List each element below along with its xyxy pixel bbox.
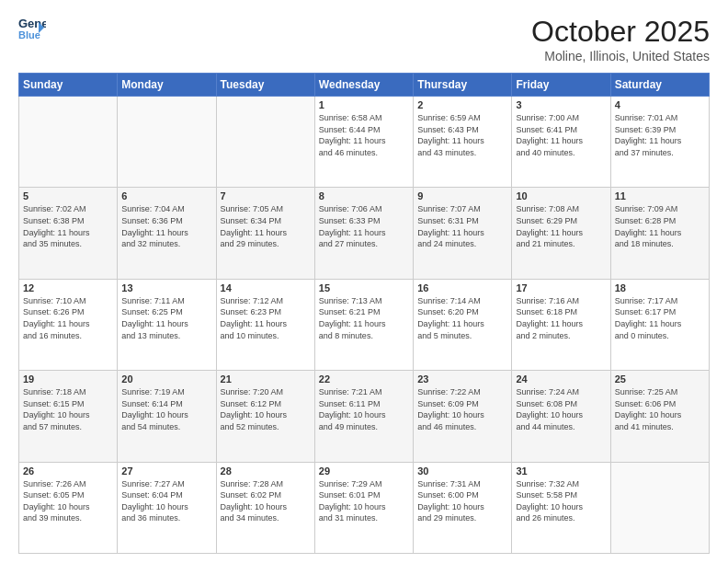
day-number: 8 bbox=[319, 190, 409, 201]
day-info: Sunrise: 7:05 AM Sunset: 6:34 PM Dayligh… bbox=[221, 203, 311, 249]
month-title: October 2025 bbox=[531, 15, 710, 49]
day-number: 28 bbox=[221, 465, 311, 477]
day-info: Sunrise: 7:32 AM Sunset: 5:58 PM Dayligh… bbox=[516, 478, 606, 524]
calendar-cell: 9Sunrise: 7:07 AM Sunset: 6:31 PM Daylig… bbox=[414, 188, 512, 279]
weekday-sunday: Sunday bbox=[19, 74, 118, 97]
day-info: Sunrise: 6:59 AM Sunset: 6:43 PM Dayligh… bbox=[417, 112, 507, 158]
calendar-cell: 21Sunrise: 7:20 AM Sunset: 6:12 PM Dayli… bbox=[216, 371, 314, 462]
day-info: Sunrise: 7:28 AM Sunset: 6:02 PM Dayligh… bbox=[221, 478, 311, 524]
day-number: 29 bbox=[319, 465, 409, 477]
calendar-cell: 19Sunrise: 7:18 AM Sunset: 6:15 PM Dayli… bbox=[19, 371, 118, 462]
calendar-cell bbox=[19, 97, 118, 188]
day-number: 25 bbox=[615, 373, 705, 385]
calendar-cell: 12Sunrise: 7:10 AM Sunset: 6:26 PM Dayli… bbox=[19, 279, 118, 370]
weekday-tuesday: Tuesday bbox=[216, 74, 314, 97]
header: General Blue October 2025 Moline, Illino… bbox=[18, 15, 710, 63]
day-number: 13 bbox=[121, 282, 211, 293]
day-number: 15 bbox=[319, 282, 409, 293]
day-number: 23 bbox=[417, 373, 507, 385]
day-info: Sunrise: 7:01 AM Sunset: 6:39 PM Dayligh… bbox=[615, 112, 705, 158]
day-number: 14 bbox=[221, 282, 311, 293]
day-number: 6 bbox=[121, 190, 211, 201]
day-info: Sunrise: 7:26 AM Sunset: 6:05 PM Dayligh… bbox=[23, 478, 113, 524]
calendar-cell: 6Sunrise: 7:04 AM Sunset: 6:36 PM Daylig… bbox=[118, 188, 216, 279]
day-info: Sunrise: 7:02 AM Sunset: 6:38 PM Dayligh… bbox=[23, 203, 113, 249]
day-info: Sunrise: 7:31 AM Sunset: 6:00 PM Dayligh… bbox=[417, 478, 507, 524]
day-info: Sunrise: 7:12 AM Sunset: 6:23 PM Dayligh… bbox=[221, 295, 311, 341]
location-title: Moline, Illinois, United States bbox=[531, 49, 710, 63]
calendar-cell: 22Sunrise: 7:21 AM Sunset: 6:11 PM Dayli… bbox=[314, 371, 413, 462]
calendar-cell: 5Sunrise: 7:02 AM Sunset: 6:38 PM Daylig… bbox=[19, 188, 118, 279]
day-info: Sunrise: 7:06 AM Sunset: 6:33 PM Dayligh… bbox=[319, 203, 409, 249]
weekday-friday: Friday bbox=[512, 74, 610, 97]
calendar-cell: 11Sunrise: 7:09 AM Sunset: 6:28 PM Dayli… bbox=[610, 188, 709, 279]
day-info: Sunrise: 7:10 AM Sunset: 6:26 PM Dayligh… bbox=[23, 295, 113, 341]
calendar-cell: 10Sunrise: 7:08 AM Sunset: 6:29 PM Dayli… bbox=[512, 188, 610, 279]
day-info: Sunrise: 7:19 AM Sunset: 6:14 PM Dayligh… bbox=[121, 386, 211, 432]
svg-text:Blue: Blue bbox=[18, 29, 40, 40]
day-info: Sunrise: 7:27 AM Sunset: 6:04 PM Dayligh… bbox=[121, 478, 211, 524]
calendar-week-5: 26Sunrise: 7:26 AM Sunset: 6:05 PM Dayli… bbox=[19, 462, 710, 553]
day-number: 19 bbox=[23, 373, 113, 385]
day-number: 30 bbox=[417, 465, 507, 477]
weekday-monday: Monday bbox=[118, 74, 216, 97]
calendar-week-2: 5Sunrise: 7:02 AM Sunset: 6:38 PM Daylig… bbox=[19, 188, 710, 279]
logo-icon: General Blue bbox=[18, 15, 46, 42]
calendar-cell: 8Sunrise: 7:06 AM Sunset: 6:33 PM Daylig… bbox=[314, 188, 413, 279]
calendar-cell: 31Sunrise: 7:32 AM Sunset: 5:58 PM Dayli… bbox=[512, 462, 610, 553]
calendar-cell: 17Sunrise: 7:16 AM Sunset: 6:18 PM Dayli… bbox=[512, 279, 610, 370]
calendar-cell: 3Sunrise: 7:00 AM Sunset: 6:41 PM Daylig… bbox=[512, 97, 610, 188]
calendar-table: SundayMondayTuesdayWednesdayThursdayFrid… bbox=[18, 73, 710, 554]
day-info: Sunrise: 7:14 AM Sunset: 6:20 PM Dayligh… bbox=[417, 295, 507, 341]
calendar-cell: 18Sunrise: 7:17 AM Sunset: 6:17 PM Dayli… bbox=[610, 279, 709, 370]
day-info: Sunrise: 7:17 AM Sunset: 6:17 PM Dayligh… bbox=[615, 295, 705, 341]
day-number: 1 bbox=[319, 99, 409, 110]
calendar-cell: 28Sunrise: 7:28 AM Sunset: 6:02 PM Dayli… bbox=[216, 462, 314, 553]
logo: General Blue bbox=[18, 15, 50, 42]
calendar-cell: 13Sunrise: 7:11 AM Sunset: 6:25 PM Dayli… bbox=[118, 279, 216, 370]
day-number: 11 bbox=[615, 190, 705, 201]
day-number: 22 bbox=[319, 373, 409, 385]
day-number: 9 bbox=[417, 190, 507, 201]
day-info: Sunrise: 7:07 AM Sunset: 6:31 PM Dayligh… bbox=[417, 203, 507, 249]
calendar-body: 1Sunrise: 6:58 AM Sunset: 6:44 PM Daylig… bbox=[19, 97, 710, 554]
title-block: October 2025 Moline, Illinois, United St… bbox=[531, 15, 710, 63]
day-info: Sunrise: 7:21 AM Sunset: 6:11 PM Dayligh… bbox=[319, 386, 409, 432]
day-number: 18 bbox=[615, 282, 705, 293]
day-info: Sunrise: 7:00 AM Sunset: 6:41 PM Dayligh… bbox=[516, 112, 606, 158]
day-info: Sunrise: 7:29 AM Sunset: 6:01 PM Dayligh… bbox=[319, 478, 409, 524]
calendar-cell: 25Sunrise: 7:25 AM Sunset: 6:06 PM Dayli… bbox=[610, 371, 709, 462]
calendar-cell: 23Sunrise: 7:22 AM Sunset: 6:09 PM Dayli… bbox=[414, 371, 512, 462]
day-info: Sunrise: 7:08 AM Sunset: 6:29 PM Dayligh… bbox=[516, 203, 606, 249]
day-info: Sunrise: 7:25 AM Sunset: 6:06 PM Dayligh… bbox=[615, 386, 705, 432]
day-info: Sunrise: 6:58 AM Sunset: 6:44 PM Dayligh… bbox=[319, 112, 409, 158]
calendar-cell: 27Sunrise: 7:27 AM Sunset: 6:04 PM Dayli… bbox=[118, 462, 216, 553]
day-info: Sunrise: 7:16 AM Sunset: 6:18 PM Dayligh… bbox=[516, 295, 606, 341]
day-info: Sunrise: 7:09 AM Sunset: 6:28 PM Dayligh… bbox=[615, 203, 705, 249]
day-number: 10 bbox=[516, 190, 606, 201]
calendar-week-3: 12Sunrise: 7:10 AM Sunset: 6:26 PM Dayli… bbox=[19, 279, 710, 370]
day-info: Sunrise: 7:04 AM Sunset: 6:36 PM Dayligh… bbox=[121, 203, 211, 249]
calendar-cell bbox=[216, 97, 314, 188]
day-number: 16 bbox=[417, 282, 507, 293]
calendar-cell bbox=[610, 462, 709, 553]
day-number: 5 bbox=[23, 190, 113, 201]
calendar-cell: 7Sunrise: 7:05 AM Sunset: 6:34 PM Daylig… bbox=[216, 188, 314, 279]
day-number: 3 bbox=[516, 99, 606, 110]
calendar-week-1: 1Sunrise: 6:58 AM Sunset: 6:44 PM Daylig… bbox=[19, 97, 710, 188]
day-number: 7 bbox=[221, 190, 311, 201]
day-number: 17 bbox=[516, 282, 606, 293]
calendar-cell: 24Sunrise: 7:24 AM Sunset: 6:08 PM Dayli… bbox=[512, 371, 610, 462]
weekday-thursday: Thursday bbox=[414, 74, 512, 97]
day-number: 2 bbox=[417, 99, 507, 110]
calendar-cell: 4Sunrise: 7:01 AM Sunset: 6:39 PM Daylig… bbox=[610, 97, 709, 188]
calendar-cell: 14Sunrise: 7:12 AM Sunset: 6:23 PM Dayli… bbox=[216, 279, 314, 370]
calendar-cell: 1Sunrise: 6:58 AM Sunset: 6:44 PM Daylig… bbox=[314, 97, 413, 188]
day-info: Sunrise: 7:22 AM Sunset: 6:09 PM Dayligh… bbox=[417, 386, 507, 432]
calendar-week-4: 19Sunrise: 7:18 AM Sunset: 6:15 PM Dayli… bbox=[19, 371, 710, 462]
calendar-cell: 2Sunrise: 6:59 AM Sunset: 6:43 PM Daylig… bbox=[414, 97, 512, 188]
calendar-cell bbox=[118, 97, 216, 188]
calendar-cell: 29Sunrise: 7:29 AM Sunset: 6:01 PM Dayli… bbox=[314, 462, 413, 553]
day-number: 4 bbox=[615, 99, 705, 110]
weekday-saturday: Saturday bbox=[610, 74, 709, 97]
